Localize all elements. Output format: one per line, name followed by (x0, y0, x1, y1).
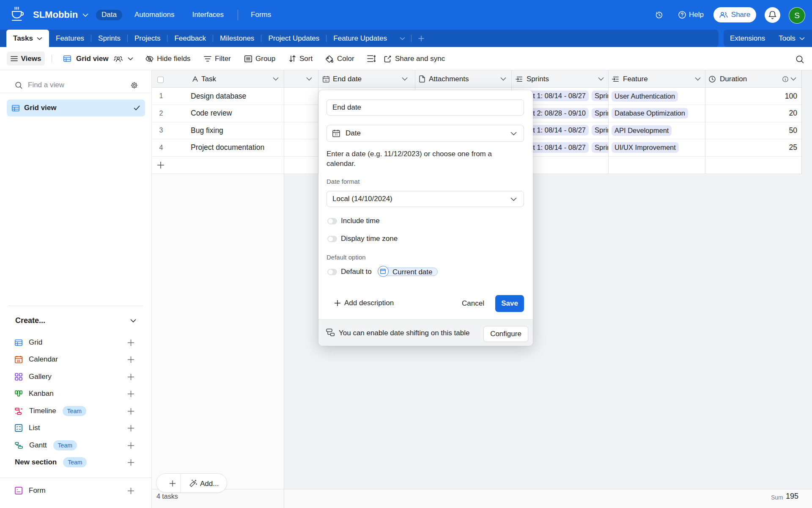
svg-text:31: 31 (335, 133, 338, 136)
svg-text:31: 31 (17, 359, 20, 363)
svg-text:31: 31 (325, 78, 328, 81)
